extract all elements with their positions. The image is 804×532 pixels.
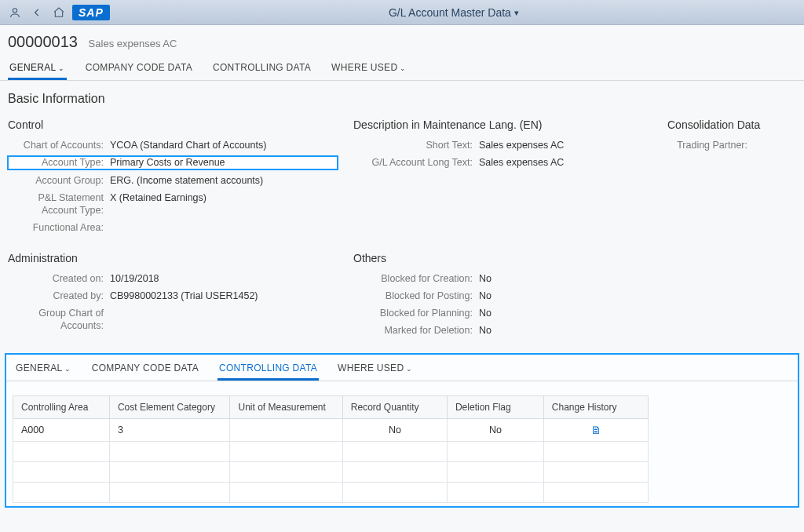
cell-change-history: 🗎 — [543, 418, 648, 441]
object-header: 00000013 Sales expenses AC — [0, 25, 804, 54]
control-heading: Control — [8, 118, 338, 131]
label-pl-statement: P&L Statement Account Type: — [8, 191, 110, 217]
chevron-down-icon[interactable]: ▾ — [514, 8, 519, 17]
value-marked-deletion: No — [479, 324, 652, 337]
lower-tab-general-label: GENERAL — [16, 363, 62, 373]
others-block: Others Blocked for Creation:No Blocked f… — [353, 246, 667, 348]
label-blocked-posting: Blocked for Posting: — [353, 290, 479, 302]
value-account-group: ERG. (Income statement accounts) — [110, 174, 338, 187]
col-unit-of-measurement[interactable]: Unit of Measurement — [230, 395, 342, 418]
control-block: Control Chart of Accounts:YCOA (Standard… — [8, 112, 353, 246]
section-basic-info: Basic Information — [0, 81, 804, 112]
user-icon[interactable] — [6, 4, 24, 21]
value-pl-statement: X (Retained Earnings) — [110, 191, 338, 217]
col-record-quantity[interactable]: Record Quantity — [342, 395, 447, 418]
administration-heading: Administration — [8, 252, 338, 264]
sap-logo: SAP — [72, 5, 110, 20]
administration-block: Administration Created on:10/19/2018 Cre… — [8, 246, 353, 348]
value-short-text: Sales expenses AC — [479, 139, 652, 151]
page-title[interactable]: G/L Account Master Data — [389, 6, 511, 19]
value-account-type: Primary Costs or Revenue — [110, 156, 338, 169]
chevron-down-icon: ⌄ — [406, 365, 412, 373]
tab-controlling-data[interactable]: CONTROLLING DATA — [211, 59, 312, 80]
tab-where-used[interactable]: WHERE USED⌄ — [330, 59, 408, 80]
label-account-type: Account Type: — [8, 156, 110, 169]
home-icon[interactable] — [50, 4, 68, 21]
label-marked-deletion: Marked for Deletion: — [353, 324, 479, 337]
back-icon[interactable] — [28, 4, 46, 21]
tab-general[interactable]: GENERAL⌄ — [8, 59, 67, 80]
account-number: 00000013 — [8, 33, 78, 50]
value-blocked-planning: No — [479, 307, 652, 319]
cell-deletion-flag: No — [447, 418, 543, 441]
chevron-down-icon: ⌄ — [58, 64, 64, 72]
description-heading: Description in Maintenance Lang. (EN) — [353, 118, 652, 131]
chevron-down-icon: ⌄ — [64, 365, 71, 373]
value-group-chart — [110, 307, 338, 333]
value-created-by: CB9980002133 (Trial USER1452) — [110, 290, 338, 302]
description-block: Description in Maintenance Lang. (EN) Sh… — [353, 112, 667, 246]
document-icon[interactable]: 🗎 — [590, 424, 601, 436]
label-blocked-creation: Blocked for Creation: — [353, 272, 479, 285]
label-chart-of-accounts: Chart of Accounts: — [8, 139, 110, 151]
tab-where-used-label: WHERE USED — [331, 62, 397, 73]
cell-controlling-area: A000 — [13, 418, 110, 441]
label-group-chart: Group Chart of Accounts: — [8, 307, 110, 333]
lower-tab-company-code-data[interactable]: COMPANY CODE DATA — [90, 359, 200, 381]
table-row[interactable]: A000 3 No No 🗎 — [13, 418, 649, 441]
value-created-on: 10/19/2018 — [110, 272, 338, 285]
lower-tab-where-used-label: WHERE USED — [338, 363, 404, 373]
label-created-on: Created on: — [8, 272, 110, 285]
chevron-down-icon: ⌄ — [400, 64, 406, 72]
col-change-history[interactable]: Change History — [543, 395, 648, 418]
label-functional-area: Functional Area: — [8, 221, 110, 234]
cell-record-quantity: No — [342, 418, 447, 441]
label-blocked-planning: Blocked for Planning: — [353, 307, 479, 319]
lower-detail-panel: GENERAL⌄ COMPANY CODE DATA CONTROLLING D… — [5, 353, 799, 508]
col-controlling-area[interactable]: Controlling Area — [13, 395, 110, 418]
col-deletion-flag[interactable]: Deletion Flag — [447, 395, 543, 418]
table-row — [13, 482, 649, 502]
label-trading-partner: Trading Partner: — [667, 139, 754, 151]
value-blocked-posting: No — [479, 290, 652, 302]
consolidation-block: Consolidation Data Trading Partner: — [667, 112, 796, 246]
value-chart-of-accounts: YCOA (Standard Chart of Accounts) — [110, 139, 338, 151]
lower-tab-general[interactable]: GENERAL⌄ — [14, 359, 73, 381]
lower-tabs: GENERAL⌄ COMPANY CODE DATA CONTROLLING D… — [6, 356, 798, 381]
col-cost-element-category[interactable]: Cost Element Category — [109, 395, 230, 418]
label-long-text: G/L Account Long Text: — [353, 156, 479, 169]
table-row — [13, 461, 649, 482]
upper-tabs: GENERAL⌄ COMPANY CODE DATA CONTROLLING D… — [0, 54, 804, 81]
cell-cost-element-category: 3 — [109, 418, 230, 441]
tab-company-code-data[interactable]: COMPANY CODE DATA — [84, 59, 194, 80]
lower-tab-where-used[interactable]: WHERE USED⌄ — [336, 359, 415, 381]
label-created-by: Created by: — [8, 290, 110, 302]
controlling-data-table: Controlling Area Cost Element Category U… — [13, 395, 649, 503]
label-short-text: Short Text: — [353, 139, 479, 151]
consolidation-heading: Consolidation Data — [667, 118, 780, 131]
top-bar: SAP G/L Account Master Data▾ — [0, 0, 804, 25]
svg-point-0 — [13, 8, 16, 12]
value-long-text: Sales expenses AC — [479, 156, 652, 169]
value-trading-partner — [754, 139, 780, 151]
lower-tab-controlling-data[interactable]: CONTROLLING DATA — [217, 359, 319, 381]
value-blocked-creation: No — [479, 272, 652, 285]
value-functional-area — [110, 221, 338, 234]
account-desc: Sales expenses AC — [89, 38, 177, 49]
others-heading: Others — [353, 252, 652, 264]
table-row — [13, 441, 649, 461]
tab-general-label: GENERAL — [9, 62, 56, 73]
cell-unit-of-measurement — [230, 418, 342, 441]
label-account-group: Account Group: — [8, 174, 110, 187]
